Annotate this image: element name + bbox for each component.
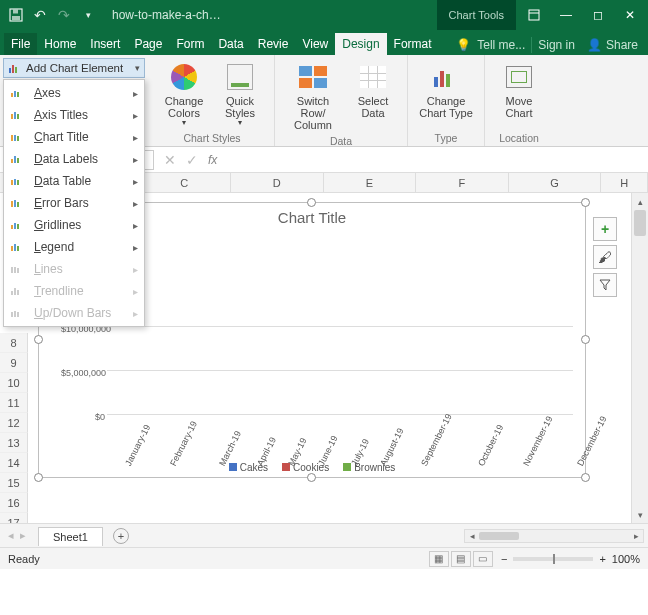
chart-styles-button[interactable]: 🖌 bbox=[593, 245, 617, 269]
resize-handle[interactable] bbox=[581, 335, 590, 344]
row-header[interactable]: 16 bbox=[0, 493, 28, 513]
page-break-view-icon[interactable]: ▭ bbox=[473, 551, 493, 567]
menu-item-axes[interactable]: Axes▸ bbox=[4, 82, 144, 104]
row-header[interactable]: 8 bbox=[0, 333, 28, 353]
sheet-tab-bar: ◂▸ Sheet1 + ◂▸ bbox=[0, 523, 648, 547]
resize-handle[interactable] bbox=[34, 473, 43, 482]
row-header[interactable]: 14 bbox=[0, 453, 28, 473]
svg-rect-19 bbox=[11, 180, 13, 185]
new-sheet-button[interactable]: + bbox=[113, 528, 129, 544]
svg-rect-9 bbox=[17, 92, 19, 97]
normal-view-icon[interactable]: ▦ bbox=[429, 551, 449, 567]
chart-filters-button[interactable] bbox=[593, 273, 617, 297]
tab-data[interactable]: Data bbox=[211, 33, 250, 55]
tell-me-icon[interactable]: 💡 bbox=[456, 38, 471, 52]
column-header[interactable]: C bbox=[138, 173, 231, 192]
zoom-in-icon[interactable]: + bbox=[599, 553, 605, 565]
svg-rect-18 bbox=[17, 158, 19, 163]
vertical-scrollbar[interactable]: ▴ ▾ bbox=[631, 193, 648, 523]
resize-handle[interactable] bbox=[581, 198, 590, 207]
row-header[interactable]: 17 bbox=[0, 513, 28, 523]
quick-styles-button[interactable]: Quick Styles▾ bbox=[214, 59, 266, 130]
svg-rect-38 bbox=[14, 311, 16, 317]
svg-rect-23 bbox=[14, 200, 16, 207]
column-header[interactable]: F bbox=[416, 173, 509, 192]
tab-form[interactable]: Form bbox=[169, 33, 211, 55]
fx-icon[interactable]: fx bbox=[208, 153, 217, 167]
tab-file[interactable]: File bbox=[4, 33, 37, 55]
scroll-up-icon[interactable]: ▴ bbox=[632, 193, 648, 210]
resize-handle[interactable] bbox=[307, 473, 316, 482]
tab-view[interactable]: View bbox=[295, 33, 335, 55]
tell-me[interactable]: Tell me... bbox=[477, 38, 525, 52]
move-chart-button[interactable]: Move Chart bbox=[493, 59, 545, 121]
ribbon-options-icon[interactable] bbox=[520, 5, 548, 25]
column-header[interactable]: G bbox=[509, 173, 602, 192]
row-header[interactable]: 11 bbox=[0, 393, 28, 413]
zoom-out-icon[interactable]: − bbox=[501, 553, 507, 565]
maximize-icon[interactable]: ◻ bbox=[584, 5, 612, 25]
tab-page[interactable]: Page bbox=[127, 33, 169, 55]
submenu-arrow-icon: ▸ bbox=[133, 264, 138, 275]
menu-item-data-table[interactable]: Data Table▸ bbox=[4, 170, 144, 192]
scroll-down-icon[interactable]: ▾ bbox=[632, 506, 648, 523]
change-chart-type-button[interactable]: Change Chart Type bbox=[416, 59, 476, 121]
x-axis-label: February-19 bbox=[168, 419, 199, 467]
share-button[interactable]: 👤 Share bbox=[581, 35, 644, 55]
legend-swatch bbox=[282, 463, 290, 471]
minimize-icon[interactable]: — bbox=[552, 5, 580, 25]
resize-handle[interactable] bbox=[581, 473, 590, 482]
row-header[interactable]: 10 bbox=[0, 373, 28, 393]
title-bar: ↶ ↷ ▾ how-to-make-a-cha... Chart Tools —… bbox=[0, 0, 648, 30]
zoom-slider[interactable] bbox=[513, 557, 593, 561]
sheet-nav[interactable]: ◂▸ bbox=[0, 529, 34, 542]
select-data-button[interactable]: Select Data bbox=[347, 59, 399, 133]
row-header[interactable]: 9 bbox=[0, 353, 28, 373]
svg-rect-31 bbox=[11, 267, 13, 273]
svg-rect-35 bbox=[14, 288, 16, 295]
row-header[interactable]: 15 bbox=[0, 473, 28, 493]
tab-review[interactable]: Revie bbox=[251, 33, 296, 55]
menu-item-axis-titles[interactable]: Axis Titles▸ bbox=[4, 104, 144, 126]
column-header[interactable]: D bbox=[231, 173, 324, 192]
formula-input[interactable] bbox=[223, 150, 648, 170]
chart-legend[interactable]: CakesCookiesBrownies bbox=[39, 462, 585, 473]
chart-elements-button[interactable]: + bbox=[593, 217, 617, 241]
legend-item[interactable]: Cookies bbox=[282, 462, 329, 473]
enter-formula-icon[interactable]: ✓ bbox=[186, 152, 198, 168]
tab-format[interactable]: Format bbox=[387, 33, 439, 55]
column-header[interactable]: H bbox=[601, 173, 648, 192]
row-header[interactable]: 12 bbox=[0, 413, 28, 433]
horizontal-scrollbar[interactable]: ◂▸ bbox=[464, 529, 644, 543]
legend-item[interactable]: Brownies bbox=[343, 462, 395, 473]
save-icon[interactable] bbox=[8, 7, 24, 23]
resize-handle[interactable] bbox=[307, 198, 316, 207]
add-chart-element-button[interactable]: Add Chart Element ▾ bbox=[3, 58, 145, 78]
redo-icon[interactable]: ↷ bbox=[56, 7, 72, 23]
menu-item-legend[interactable]: Legend▸ bbox=[4, 236, 144, 258]
page-layout-view-icon[interactable]: ▤ bbox=[451, 551, 471, 567]
menu-item-gridlines[interactable]: Gridlines▸ bbox=[4, 214, 144, 236]
tab-design[interactable]: Design bbox=[335, 33, 386, 55]
switch-row-column-button[interactable]: Switch Row/ Column bbox=[283, 59, 343, 133]
x-axis-label: October-19 bbox=[476, 423, 505, 468]
qat-customize-icon[interactable]: ▾ bbox=[80, 7, 96, 23]
close-icon[interactable]: ✕ bbox=[616, 5, 644, 25]
resize-handle[interactable] bbox=[34, 335, 43, 344]
tab-insert[interactable]: Insert bbox=[83, 33, 127, 55]
sheet-tab[interactable]: Sheet1 bbox=[38, 527, 103, 546]
change-colors-button[interactable]: Change Colors▾ bbox=[158, 59, 210, 130]
sign-in[interactable]: Sign in bbox=[538, 38, 575, 52]
cancel-formula-icon[interactable]: ✕ bbox=[164, 152, 176, 168]
menu-item-chart-title[interactable]: Chart Title▸ bbox=[4, 126, 144, 148]
zoom-level[interactable]: 100% bbox=[612, 553, 640, 565]
undo-icon[interactable]: ↶ bbox=[32, 7, 48, 23]
svg-rect-37 bbox=[11, 312, 13, 317]
legend-item[interactable]: Cakes bbox=[229, 462, 268, 473]
tab-home[interactable]: Home bbox=[37, 33, 83, 55]
menu-item-data-labels[interactable]: Data Labels▸ bbox=[4, 148, 144, 170]
scroll-thumb[interactable] bbox=[634, 210, 646, 236]
menu-item-error-bars[interactable]: Error Bars▸ bbox=[4, 192, 144, 214]
row-header[interactable]: 13 bbox=[0, 433, 28, 453]
column-header[interactable]: E bbox=[324, 173, 417, 192]
